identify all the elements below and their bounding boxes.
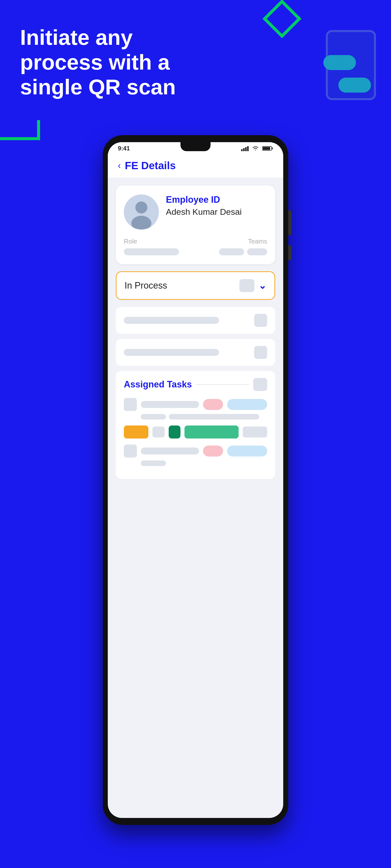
task-tag-blue-2 <box>227 445 267 457</box>
back-button[interactable]: ‹ <box>118 160 121 171</box>
phone-power-button <box>288 210 291 235</box>
role-skeleton <box>124 248 179 255</box>
list-item-bar-2 <box>124 349 219 356</box>
badge-small-gray <box>152 427 165 437</box>
task-row-badges <box>124 426 267 438</box>
app-header: ‹ FE Details <box>108 155 283 178</box>
list-item-icon-2 <box>254 346 267 359</box>
task-row-2-bottom <box>124 461 267 466</box>
battery-icon <box>262 146 273 151</box>
avatar <box>124 194 159 229</box>
status-dropdown[interactable]: In Process ⌄ <box>116 271 275 300</box>
assigned-tasks-section: Assigned Tasks <box>116 371 275 479</box>
status-icons <box>241 146 273 151</box>
svg-rect-5 <box>272 148 273 149</box>
teams-group: Teams <box>219 238 267 255</box>
page-title: FE Details <box>125 160 176 172</box>
team-skeleton-2 <box>247 248 267 255</box>
teams-label: Teams <box>248 238 267 245</box>
status-icon-box <box>240 279 254 292</box>
teams-skeletons <box>219 248 267 255</box>
svg-rect-1 <box>243 148 245 151</box>
badge-gray-lg <box>243 427 267 437</box>
bg-chat-bubble1-decoration <box>323 55 356 70</box>
task-checkbox-2[interactable] <box>124 444 137 458</box>
task-row-2-top <box>124 444 267 458</box>
phone-notch <box>180 142 211 151</box>
phone-frame-wrapper: 9:41 <box>103 135 288 825</box>
role-group: Role <box>124 238 213 255</box>
badge-teal <box>185 426 239 438</box>
team-skeleton-1 <box>219 248 244 255</box>
assigned-tasks-title: Assigned Tasks <box>124 379 192 390</box>
phone-screen: 9:41 <box>108 142 283 818</box>
task-sub-bar-2a <box>141 461 166 466</box>
phone-volume-button <box>288 245 291 260</box>
bg-chat-bubble2-decoration <box>338 78 371 93</box>
task-name-bar-1 <box>141 401 199 408</box>
role-label: Role <box>124 238 213 245</box>
svg-rect-0 <box>241 149 243 151</box>
task-sub-bar-1a <box>141 414 166 420</box>
task-tag-pink-1 <box>203 399 223 410</box>
list-item-bar-1 <box>124 317 219 324</box>
svg-rect-6 <box>263 147 270 150</box>
task-tag-blue-1 <box>227 399 267 410</box>
task-row-1 <box>124 398 267 420</box>
task-row-2 <box>124 444 267 466</box>
tasks-divider <box>196 384 249 385</box>
employee-id-label: Employee ID <box>166 194 242 205</box>
screen-content: Employee ID Adesh Kumar Desai Role Teams <box>108 178 283 492</box>
signal-icon <box>241 146 249 151</box>
task-sub-bar-1b <box>169 414 259 420</box>
status-time: 9:41 <box>118 145 130 152</box>
task-name-bar-2 <box>141 447 199 455</box>
svg-rect-3 <box>247 146 249 151</box>
chevron-down-icon: ⌄ <box>258 280 267 291</box>
status-text: In Process <box>124 280 167 291</box>
employee-card: Employee ID Adesh Kumar Desai Role Teams <box>116 185 275 264</box>
task-row-1-bottom <box>124 414 267 420</box>
bg-diamond-decoration <box>262 0 302 38</box>
employee-info: Employee ID Adesh Kumar Desai <box>124 194 267 229</box>
employee-meta: Role Teams <box>124 238 267 255</box>
badge-green-dark <box>169 426 180 438</box>
status-right: ⌄ <box>240 279 267 292</box>
employee-text: Employee ID Adesh Kumar Desai <box>166 194 242 217</box>
wifi-icon <box>252 146 259 151</box>
hero-title: Initiate any process with a single QR sc… <box>20 25 196 99</box>
list-item-icon-1 <box>254 314 267 327</box>
assigned-tasks-header: Assigned Tasks <box>124 378 267 391</box>
avatar-image <box>124 194 159 229</box>
task-tag-pink-2 <box>203 445 223 457</box>
badge-orange <box>124 426 148 438</box>
bg-corner-bracket-decoration <box>0 120 40 140</box>
list-item-1[interactable] <box>116 307 275 334</box>
badges-row <box>124 426 267 438</box>
phone-frame: 9:41 <box>103 135 288 825</box>
svg-rect-2 <box>245 147 247 151</box>
task-row-1-top <box>124 398 267 411</box>
employee-name: Adesh Kumar Desai <box>166 207 242 217</box>
task-checkbox-1[interactable] <box>124 398 137 411</box>
svg-point-8 <box>135 202 147 214</box>
list-item-2[interactable] <box>116 339 275 366</box>
tasks-icon <box>253 378 267 391</box>
